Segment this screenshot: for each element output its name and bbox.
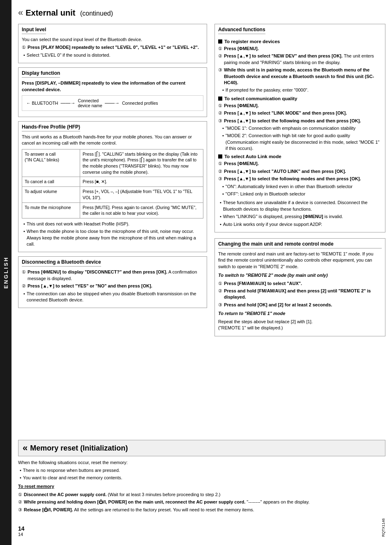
hfp-desc-3: Press [+, VOL –, –] (Adjustable from "TE… <box>80 187 203 202</box>
page-title-sub: (continued) <box>80 10 113 17</box>
diagram-arrow2: ——→ <box>105 100 120 106</box>
remote1-desc: Repeat the steps above but replace [2] w… <box>218 319 382 331</box>
memory-reset-header: « Memory reset (Initialization) <box>18 440 385 456</box>
input-level-section: Input level You can select the sound inp… <box>18 24 207 63</box>
page-title-main: External unit <box>25 8 75 17</box>
advanced-functions-title: Advanced functions <box>218 27 265 34</box>
extra-bullet3: • Auto Link works only if your device su… <box>218 221 382 228</box>
square-icon-3 <box>218 154 222 159</box>
remote2-step3: ③ Press and hold [OK] and [2] for at lea… <box>218 302 382 308</box>
square-icon-2 <box>218 97 222 101</box>
two-col-layout: Input level You can select the sound inp… <box>18 24 385 430</box>
comm-bullet2: • "MODE 2": Connection with high bit rat… <box>218 133 382 152</box>
hfp-desc: This unit works as a Bluetooth hands-fre… <box>22 134 203 147</box>
input-level-bullet1: • Select "LEVEL 0" if the sound is disto… <box>22 52 203 58</box>
remote2-title: To switch to "REMOTE 2" mode (by main un… <box>218 272 382 278</box>
reset-step2: ② While pressing and holding down [⏻/I, … <box>18 499 385 505</box>
auto-link-step1: ① Press [ΦMENU]. <box>218 161 382 167</box>
table-row: To cancel a call Press [■, ✕]. <box>22 177 203 187</box>
register-devices-title: To register more devices <box>218 39 382 44</box>
input-level-desc: You can select the sound input level of … <box>22 37 203 43</box>
extra-bullet2: • When "LINKING" is displayed, pressing … <box>218 214 382 220</box>
square-icon <box>218 39 222 44</box>
page-number: 14 <box>18 525 25 532</box>
disconnecting-step2: ② Press [▲,▼] to select "YES" or "NO" an… <box>22 283 203 289</box>
display-function-title: Display function <box>22 70 60 78</box>
main-content: « External unit (continued) Input level … <box>12 0 392 545</box>
register-step2: ② Press [▲,▼] to select "NEW DEV" and th… <box>218 53 382 66</box>
disconnecting-bullet1: • The connection can also be stopped whe… <box>22 291 203 304</box>
comm-bullet1: • "MODE 1": Connection with emphasis on … <box>218 125 382 131</box>
left-column: Input level You can select the sound inp… <box>18 24 207 430</box>
right-column: Advanced functions To register more devi… <box>214 24 385 430</box>
disconnecting-step1: ① Press [ΦMENU] to display "DISCONNECT?"… <box>22 269 203 282</box>
table-row: To adjust volume Press [+, VOL –, –] (Ad… <box>22 187 203 202</box>
display-function-desc: Press [DISPLAY, –DIMMER] repeatedly to v… <box>22 80 203 93</box>
reset-steps-area: To reset memory ① Disconnect the AC powe… <box>18 483 385 513</box>
comm-quality-title: To select communication quality <box>218 96 382 101</box>
comm-step1: ① Press [ΦMENU]. <box>218 103 382 109</box>
diagram-mid: Connecteddevice name <box>78 98 102 108</box>
hfp-bullet-1: • This unit does not work with Headset P… <box>22 221 203 227</box>
memory-bullet-2: • You want to clear and reset the memory… <box>18 475 385 481</box>
advanced-functions-section: Advanced functions To register more devi… <box>214 24 385 232</box>
memory-bullet-1: • There is no response when buttons are … <box>18 467 385 474</box>
display-function-section: Display function Press [DISPLAY, –DIMMER… <box>18 67 207 117</box>
remote2-step2: ② Press and hold [FM/AM/AUX] and then pr… <box>218 288 382 301</box>
hfp-action-2: To cancel a call <box>22 177 80 187</box>
side-tab: ENGLISH <box>0 0 12 545</box>
remote1-title: To return to "REMOTE 1" mode <box>218 310 382 317</box>
page-header: « External unit (continued) <box>18 7 385 18</box>
hfp-action-1: To answer a call("IN CALL" blinks) <box>22 149 80 177</box>
auto-link-title: To select Auto Link mode <box>218 154 382 159</box>
register-step3: ③ While this unit is in pairing mode, ac… <box>218 67 382 86</box>
memory-reset-icon: « <box>23 443 28 453</box>
register-step1: ① Press [ΦMENU]. <box>218 46 382 52</box>
disconnecting-title: Disconnecting a Bluetooth device <box>22 259 101 267</box>
hfp-desc-2: Press [■, ✕]. <box>80 177 203 187</box>
register-bullet: • If prompted for the passkey, enter "00… <box>218 87 382 93</box>
doc-code: RQTX1146 <box>381 518 385 537</box>
changing-mode-section: Changing the main unit and remote contro… <box>214 238 385 336</box>
remote2-step1: ① Press [FM/AM/AUX] to select "AUX". <box>218 281 382 287</box>
footer-left: 14 14 <box>18 525 25 537</box>
disconnecting-section: Disconnecting a Bluetooth device ① Press… <box>18 256 207 308</box>
changing-mode-title: Changing the main unit and remote contro… <box>218 241 382 248</box>
memory-reset-desc: When the following situations occur, res… <box>18 460 385 466</box>
diagram-start: ← BLUETOOTH <box>26 101 58 106</box>
input-level-step1: ① Press [PLAY MODE] repeatedly to select… <box>22 44 203 51</box>
hfp-bullet-2: • When the mobile phone is too close to … <box>22 228 203 247</box>
hfp-title: Hands-Free Profile (HFP) <box>22 124 80 131</box>
extra-bullet1: • These functions are unavailable if a d… <box>218 200 382 212</box>
extra-bullets: • These functions are unavailable if a d… <box>218 200 382 228</box>
hfp-table: To answer a call("IN CALL" blinks) Press… <box>22 149 203 218</box>
comm-step2: ② Press [▲,▼] to select "LINK MODE" and … <box>218 110 382 116</box>
diagram-arrow1: ——→ <box>60 100 75 106</box>
hfp-section: Hands-Free Profile (HFP) This unit works… <box>18 121 207 253</box>
table-row: To answer a call("IN CALL" blinks) Press… <box>22 149 203 177</box>
hfp-action-4: To mute the microphone <box>22 202 80 218</box>
hfp-bullets: • This unit does not work with Headset P… <box>22 221 203 248</box>
language-label: ENGLISH <box>3 256 9 289</box>
page-number-repeat: 14 <box>18 532 25 537</box>
table-row: To mute the microphone Press [MUTE]. Pre… <box>22 202 203 218</box>
reset-title: To reset memory <box>18 483 385 490</box>
hfp-action-3: To adjust volume <box>22 187 80 202</box>
hfp-desc-4: Press [MUTE]. Press again to cancel. (Du… <box>80 202 203 218</box>
reset-step3: ③ Release [⏻/I, POWER]. All the settings… <box>18 507 385 513</box>
display-diagram: ← BLUETOOTH ——→ Connecteddevice name ——→… <box>22 95 203 111</box>
page-footer: 14 14 RQTX1146 <box>18 514 385 537</box>
hfp-desc-1: Press [⎡]. "CALLING" starts blinking on … <box>80 149 203 177</box>
header-icon: « <box>18 7 23 18</box>
memory-reset-area: « Memory reset (Initialization) When the… <box>18 435 385 514</box>
auto-link-bullet1: • "ON": Automatically linked even in oth… <box>218 184 382 190</box>
diagram-end: Connected profiles <box>122 101 158 106</box>
comm-step3: ③ Press [▲,▼] to select the following mo… <box>218 118 382 124</box>
auto-link-step2: ② Press [▲,▼] to select "AUTO LINK" and … <box>218 168 382 175</box>
reset-step1: ① Disconnect the AC power supply cord. (… <box>18 492 385 498</box>
input-level-title: Input level <box>22 27 46 34</box>
auto-link-bullet2: • "OFF": Linked only in Bluetooth select… <box>218 191 382 197</box>
page-title: External unit (continued) <box>25 8 113 18</box>
changing-mode-desc: The remote control and main unit are fac… <box>218 251 382 270</box>
auto-link-step3: ③ Press [▲,▼] to select the following mo… <box>218 176 382 182</box>
